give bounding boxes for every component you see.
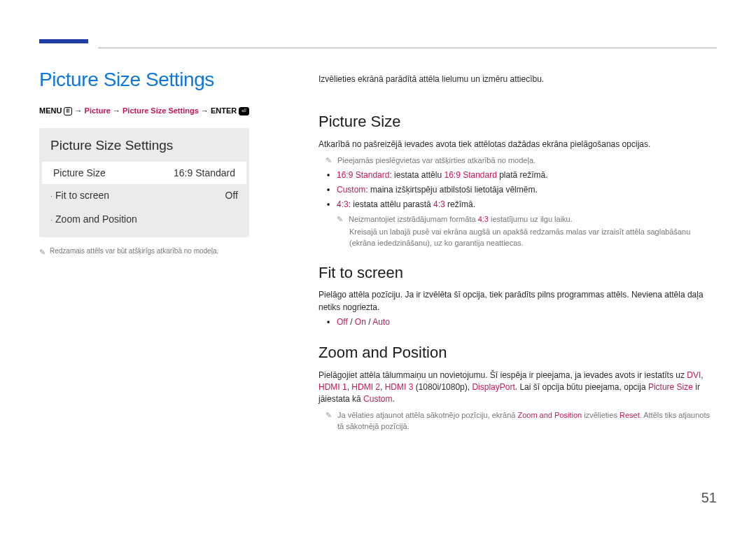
panel-title: Picture Size Settings [39, 128, 249, 162]
option-16-9: 16:9 Standard: iestata attēlu 16:9 Stand… [337, 169, 718, 181]
panel-label: ·Fit to screen [50, 190, 109, 202]
page-title: Picture Size Settings [39, 69, 277, 91]
breadcrumb-arrow: → [75, 106, 83, 115]
heading-fit-to-screen: Fit to screen [318, 262, 718, 284]
picture-size-options: 16:9 Standard: iestata attēlu 16:9 Stand… [318, 169, 718, 211]
left-column: Picture Size Settings MENU Ⅲ → Picture →… [39, 69, 277, 257]
breadcrumb-arrow: → [201, 106, 209, 115]
warning-4-3: ✎ Neizmantojiet izstrādājumam formāta 4:… [337, 214, 718, 225]
note-text: Neizmantojiet izstrādājumam formāta 4:3 … [349, 214, 573, 225]
breadcrumb-picture: Picture [85, 106, 111, 115]
panel-label: Picture Size [53, 167, 106, 178]
pen-icon: ✎ [326, 410, 332, 433]
breadcrumb-picture-size-settings: Picture Size Settings [122, 106, 199, 115]
breadcrumb: MENU Ⅲ → Picture → Picture Size Settings… [39, 106, 277, 115]
panel-row-zoom-position[interactable]: ·Zoom and Position [39, 208, 249, 232]
picture-size-desc: Atkarībā no pašreizējā ievades avota tie… [318, 139, 718, 150]
note-text: Redzamais attēls var būt atšķirīgs atkar… [50, 247, 218, 257]
option-custom: Custom: maina izšķirtspēju atbilstoši li… [337, 184, 718, 196]
panel-label: ·Zoom and Position [50, 213, 137, 226]
note-text: Pieejamās pieslēgvietas var atšķirties a… [337, 155, 536, 167]
intro-text: Izvēlieties ekrānā parādītā attēla lielu… [318, 73, 718, 85]
settings-panel: Picture Size Settings Picture Size 16:9 … [39, 128, 249, 237]
heading-picture-size: Picture Size [318, 111, 718, 133]
pen-icon: ✎ [337, 214, 343, 225]
panel-row-picture-size[interactable]: Picture Size 16:9 Standard [42, 162, 246, 184]
pen-icon: ✎ [326, 155, 332, 167]
menu-icon: Ⅲ [64, 107, 72, 115]
right-column: Izvēlieties ekrānā parādītā attēla lielu… [318, 73, 718, 435]
accent-bar [39, 39, 88, 43]
breadcrumb-menu: MENU [39, 106, 62, 115]
fit-desc: Pielāgo attēla pozīciju. Ja ir izvēlēta … [318, 289, 718, 314]
panel-value: 16:9 Standard [174, 167, 235, 178]
pen-icon: ✎ [39, 247, 46, 257]
fit-options: Off / On / Auto [318, 316, 718, 328]
fit-options-line: Off / On / Auto [337, 316, 718, 328]
note-text: Ja vēlaties atjaunot attēla sākotnējo po… [337, 410, 718, 433]
enter-icon: ⏎ [239, 107, 249, 115]
reset-note: ✎ Ja vēlaties atjaunot attēla sākotnējo … [326, 410, 718, 433]
heading-zoom-position: Zoom and Position [318, 342, 718, 364]
model-note: ✎ Redzamais attēls var būt atšķirīgs atk… [39, 247, 277, 257]
panel-row-fit-to-screen[interactable]: ·Fit to screen Off [39, 184, 249, 208]
option-4-3: 4:3: iestata attēlu parastā 4:3 režīmā. [337, 199, 718, 211]
breadcrumb-arrow: → [113, 106, 120, 115]
page-number: 51 [701, 490, 717, 506]
zoom-desc: Pielāgojiet attēla tālummaiņu un novieto… [318, 370, 718, 406]
header-divider [98, 48, 717, 48]
breadcrumb-enter: ENTER [211, 106, 237, 115]
ports-note: ✎ Pieejamās pieslēgvietas var atšķirties… [326, 155, 718, 167]
warning-burn-in: Kreisajā un labajā pusē vai ekrāna augšā… [349, 227, 718, 249]
panel-value: Off [225, 190, 238, 202]
